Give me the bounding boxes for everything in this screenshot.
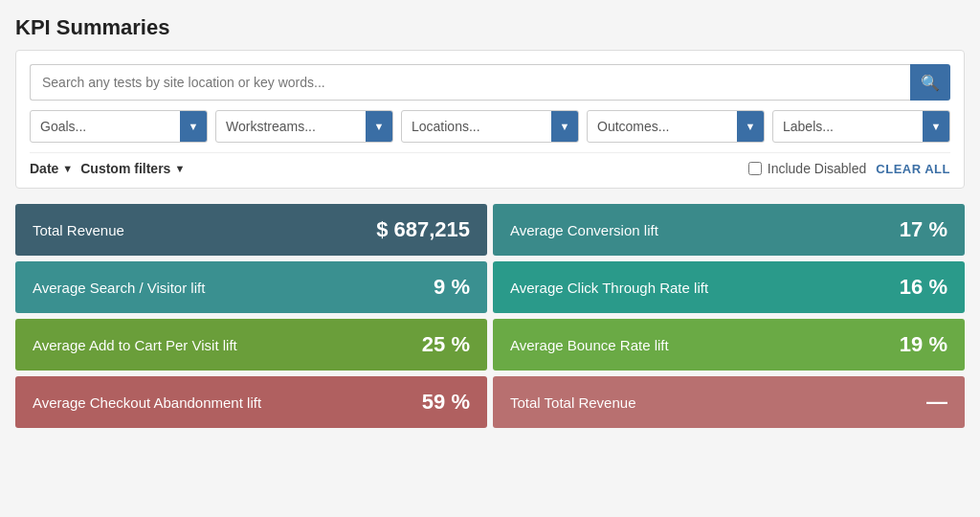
kpi-card-avg-search-visitor-lift: Average Search / Visitor lift9 % (15, 261, 487, 313)
goals-dropdown[interactable]: Goals... ▼ (30, 110, 208, 143)
filter-panel: 🔍 Goals... ▼ Workstreams... ▼ Locations.… (15, 50, 965, 189)
locations-dropdown-label: Locations... (412, 119, 480, 134)
outcomes-dropdown-label: Outcomes... (597, 119, 669, 134)
workstreams-dropdown[interactable]: Workstreams... ▼ (215, 110, 393, 143)
kpi-label-avg-add-to-cart-lift: Average Add to Cart Per Visit lift (33, 337, 237, 353)
kpi-label-avg-bounce-rate-lift: Average Bounce Rate lift (510, 337, 669, 353)
kpi-card-avg-bounce-rate-lift: Average Bounce Rate lift19 % (493, 319, 965, 371)
kpi-value-avg-checkout-abandonment-lift: 59 % (422, 390, 470, 415)
kpi-card-avg-checkout-abandonment-lift: Average Checkout Abandonment lift59 % (15, 376, 487, 428)
goals-dropdown-arrow: ▼ (180, 111, 207, 142)
outcomes-dropdown[interactable]: Outcomes... ▼ (587, 110, 765, 143)
kpi-grid: Total Revenue$ 687,215Average Conversion… (15, 204, 965, 428)
kpi-label-total-total-revenue: Total Total Revenue (510, 394, 635, 411)
kpi-value-avg-search-visitor-lift: 9 % (434, 275, 470, 300)
labels-dropdown-label: Labels... (783, 119, 834, 134)
page-title: KPI Summaries (15, 15, 965, 40)
workstreams-dropdown-arrow: ▼ (366, 111, 392, 142)
clear-all-button[interactable]: CLEAR ALL (876, 162, 950, 176)
kpi-card-avg-conversion-lift: Average Conversion lift17 % (493, 204, 965, 256)
left-filters: Date ▼ Custom filters ▼ (30, 161, 185, 176)
kpi-value-avg-conversion-lift: 17 % (900, 217, 947, 242)
kpi-label-total-revenue: Total Revenue (33, 222, 124, 238)
date-filter-button[interactable]: Date ▼ (30, 161, 73, 176)
kpi-label-avg-click-through-lift: Average Click Through Rate lift (510, 280, 708, 296)
kpi-card-avg-add-to-cart-lift: Average Add to Cart Per Visit lift25 % (15, 319, 487, 371)
kpi-label-avg-conversion-lift: Average Conversion lift (510, 222, 658, 238)
workstreams-dropdown-label: Workstreams... (226, 119, 316, 134)
kpi-value-avg-click-through-lift: 16 % (900, 275, 947, 300)
kpi-value-avg-add-to-cart-lift: 25 % (422, 332, 470, 357)
kpi-value-avg-bounce-rate-lift: 19 % (900, 332, 947, 357)
kpi-value-total-total-revenue: — (926, 390, 947, 415)
search-row: 🔍 (30, 64, 950, 101)
search-button[interactable]: 🔍 (910, 64, 950, 101)
kpi-label-avg-search-visitor-lift: Average Search / Visitor lift (33, 280, 205, 296)
kpi-card-avg-click-through-lift: Average Click Through Rate lift16 % (493, 261, 965, 313)
options-row: Date ▼ Custom filters ▼ Include Disabled… (30, 152, 950, 176)
labels-dropdown[interactable]: Labels... ▼ (772, 110, 950, 143)
locations-dropdown[interactable]: Locations... ▼ (401, 110, 579, 143)
search-input[interactable] (30, 64, 910, 101)
custom-filters-button[interactable]: Custom filters ▼ (80, 161, 185, 176)
goals-dropdown-label: Goals... (40, 119, 86, 134)
dropdown-row: Goals... ▼ Workstreams... ▼ Locations...… (30, 110, 950, 143)
kpi-card-total-total-revenue: Total Total Revenue— (493, 376, 965, 428)
include-disabled-label[interactable]: Include Disabled (748, 161, 867, 176)
custom-filters-chevron-icon: ▼ (174, 163, 185, 174)
locations-dropdown-arrow: ▼ (551, 111, 578, 142)
include-disabled-checkbox[interactable] (748, 162, 762, 175)
outcomes-dropdown-arrow: ▼ (737, 111, 764, 142)
right-options: Include Disabled CLEAR ALL (748, 161, 950, 176)
labels-dropdown-arrow: ▼ (923, 111, 949, 142)
kpi-value-total-revenue: $ 687,215 (376, 217, 470, 242)
kpi-card-total-revenue: Total Revenue$ 687,215 (15, 204, 487, 256)
date-chevron-icon: ▼ (62, 163, 73, 174)
search-icon: 🔍 (921, 74, 940, 92)
kpi-label-avg-checkout-abandonment-lift: Average Checkout Abandonment lift (33, 394, 261, 411)
